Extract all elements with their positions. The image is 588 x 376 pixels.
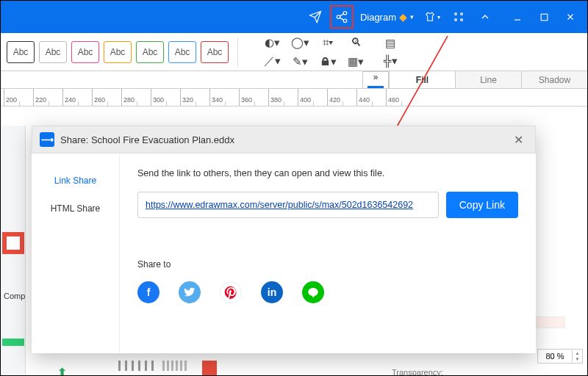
dialog-info-text: Send the link to others, then they can o… [137, 168, 518, 178]
toolbar: AbcAbcAbcAbcAbcAbcAbc ◐▾ ◯▾ ⌗▾ 🔍︎ ／▾ ✎▾ … [1, 33, 587, 71]
arrow-up-icon: ⬆ [57, 365, 68, 376]
plan-label-comp: Comp [4, 292, 25, 300]
svg-point-3 [455, 13, 457, 15]
maximize-icon[interactable] [536, 9, 552, 25]
style-swatch-2[interactable]: Abc [71, 41, 99, 63]
title-bar: Diagram ◆ ▾ ▾ [1, 1, 587, 33]
linkedin-icon[interactable]: in [261, 281, 283, 303]
line-tool-icon[interactable]: ／▾ [262, 54, 282, 70]
ruler-tick: 420 [327, 89, 356, 106]
share-icon[interactable] [334, 9, 350, 25]
lock-tool-icon[interactable]: 🔒︎▾ [318, 54, 338, 70]
style-swatch-4[interactable]: Abc [136, 41, 164, 63]
crop-tool-icon[interactable]: ⌗▾ [318, 35, 338, 51]
property-tabs: » Fill Line Shadow [1, 71, 587, 89]
svg-rect-7 [541, 14, 548, 21]
style-swatch-0[interactable]: Abc [7, 41, 35, 63]
tab-line[interactable]: Line [455, 71, 521, 88]
ruler-tick: 320 [180, 89, 209, 106]
dialog-close-button[interactable]: ✕ [509, 129, 528, 151]
pinterest-icon[interactable] [220, 281, 242, 303]
barcode-icon[interactable]: ▤ [384, 37, 398, 50]
svg-point-6 [461, 19, 463, 21]
search-tool-icon[interactable]: 🔍︎ [345, 35, 366, 51]
ruler-tick: 280 [121, 89, 151, 106]
app-logo-icon: ⟶ [40, 132, 54, 147]
dialog-title: Share: School Fire Evacuation Plan.eddx [60, 134, 234, 145]
svg-point-1 [337, 15, 340, 19]
transparency-label: Transparency: [392, 368, 443, 376]
ruler-tick: 260 [92, 89, 121, 106]
eyedropper-icon[interactable]: ✎▾ [290, 54, 310, 70]
chevron-down-icon: ▾ [410, 13, 414, 21]
copy-link-button[interactable]: Copy Link [446, 192, 518, 218]
fill-tool-icon[interactable]: ◐▾ [262, 35, 282, 51]
apps-icon[interactable] [451, 9, 467, 25]
opacity-value[interactable] [538, 352, 572, 361]
svg-point-2 [343, 19, 347, 23]
grid-tool-icon[interactable]: ▦▾ [345, 54, 366, 70]
share-dialog: ⟶ Share: School Fire Evacuation Plan.edd… [32, 126, 536, 353]
expand-panel-button[interactable]: » [362, 71, 389, 88]
shirt-icon[interactable]: ▾ [424, 9, 440, 25]
dialog-header: ⟶ Share: School Fire Evacuation Plan.edd… [32, 126, 536, 153]
diamond-icon: ◆ [399, 11, 407, 23]
svg-point-0 [343, 12, 347, 15]
send-icon[interactable] [307, 9, 323, 25]
nav-html-share[interactable]: HTML Share [32, 198, 119, 220]
svg-point-5 [455, 19, 457, 21]
plan-shape [2, 232, 24, 254]
dialog-nav: Link Share HTML Share [32, 153, 120, 353]
style-swatch-6[interactable]: Abc [201, 41, 229, 63]
minimize-icon[interactable] [509, 9, 526, 25]
share-url-field[interactable]: https://www.edrawmax.com/server/public/s… [137, 192, 439, 218]
svg-point-4 [461, 13, 463, 15]
plan-green-bar [2, 339, 24, 346]
horizontal-ruler: 2002202402602803003203403603804004204404… [1, 89, 587, 106]
ruler-tick: 400 [298, 89, 327, 106]
plan-furniture [118, 361, 154, 371]
ruler-tick: 360 [239, 89, 268, 106]
connector-icon[interactable]: ╬▾ [384, 54, 398, 68]
plan-red-column [202, 361, 217, 375]
close-icon[interactable] [562, 9, 578, 25]
diagram-menu[interactable]: Diagram ◆ ▾ [360, 11, 414, 23]
ruler-tick: 340 [209, 89, 239, 106]
line-icon[interactable] [302, 281, 324, 303]
ruler-tick: 300 [151, 89, 180, 106]
ruler-tick: 440 [356, 89, 386, 106]
ruler-tick: 200 [4, 89, 33, 106]
ruler-tick: 240 [62, 89, 92, 106]
tab-fill[interactable]: Fill [389, 71, 455, 88]
facebook-icon[interactable]: f [137, 281, 159, 303]
ruler-tick: 220 [33, 89, 62, 106]
ruler-tick: 380 [268, 89, 298, 106]
diagram-label: Diagram [360, 12, 396, 23]
nav-link-share[interactable]: Link Share [32, 170, 119, 192]
tab-shadow[interactable]: Shadow [521, 71, 587, 88]
shape-tool-icon[interactable]: ◯▾ [290, 35, 310, 51]
collapse-icon[interactable] [477, 9, 493, 25]
share-to-label: Share to [137, 259, 518, 270]
style-swatch-5[interactable]: Abc [168, 41, 196, 63]
plan-stairs [162, 361, 189, 371]
opacity-spinner[interactable]: ▲▼ [537, 349, 583, 364]
ruler-tick: 460 [386, 89, 415, 106]
style-swatch-1[interactable]: Abc [39, 41, 67, 63]
style-swatch-3[interactable]: Abc [104, 41, 132, 63]
twitter-icon[interactable] [179, 281, 201, 303]
